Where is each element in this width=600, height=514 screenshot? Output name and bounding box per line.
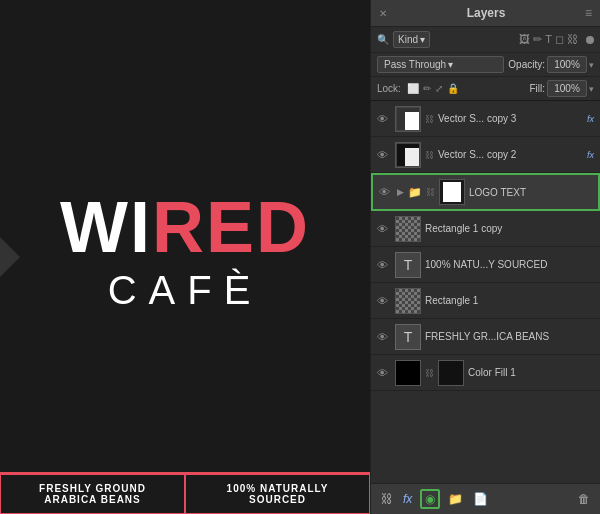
filter-kind-dropdown[interactable]: Kind ▾ (393, 31, 430, 48)
layer-name-2: LOGO TEXT (469, 187, 592, 198)
layer-name-5: Rectangle 1 (425, 295, 594, 306)
eye-icon-7[interactable]: 👁 (377, 367, 391, 379)
bottom-bar-title-0: FRESHLY GROUND (11, 483, 174, 494)
lock-all-icon[interactable]: 🔒 (447, 83, 459, 94)
fx-badge-0: fx (587, 114, 594, 124)
layer-name-4: 100% NATU...Y SOURCED (425, 259, 594, 270)
layer-item-rect-copy[interactable]: 👁 Rectangle 1 copy (371, 211, 600, 247)
panel-header: ✕ Layers ≡ (371, 0, 600, 27)
blend-mode-dropdown[interactable]: Pass Through ▾ (377, 56, 504, 73)
fx-button[interactable]: fx (401, 490, 414, 508)
canvas-logo: WIRED CAFÈ (60, 191, 310, 313)
eye-icon-0[interactable]: 👁 (377, 113, 391, 125)
layer-thumb-1 (395, 142, 421, 168)
wired-red: RED (152, 187, 310, 267)
eye-icon-6[interactable]: 👁 (377, 331, 391, 343)
layer-name-1: Vector S... copy 2 (438, 149, 583, 160)
canvas-bottom-bar: FRESHLY GROUND ARABICA BEANS 100% NATURA… (0, 472, 370, 514)
eye-icon-5[interactable]: 👁 (377, 295, 391, 307)
chain-icon-7: ⛓ (425, 368, 434, 378)
lock-pixels-icon[interactable]: ⬜ (407, 83, 419, 94)
bottom-bar-item-0: FRESHLY GROUND ARABICA BEANS (0, 474, 185, 514)
filter-toggle-dot[interactable] (586, 36, 594, 44)
lock-icons: ⬜ ✏ ⤢ 🔒 (407, 83, 459, 94)
layer-style-button[interactable]: ◉ (420, 489, 440, 509)
lock-paint-icon[interactable]: ✏ (423, 83, 431, 94)
chain-icon-2: ⛓ (426, 187, 435, 197)
layer-thumb-6: T (395, 324, 421, 350)
fill-control: Fill: 100% ▾ (529, 80, 594, 97)
eye-icon-2[interactable]: 👁 (379, 186, 393, 198)
search-icon: 🔍 (377, 34, 389, 45)
canvas-arrow-left (0, 237, 20, 277)
panel-toolbar: ⛓ fx ◉ 📁 📄 🗑 (371, 483, 600, 514)
eye-icon-4[interactable]: 👁 (377, 259, 391, 271)
layer-name-7: Color Fill 1 (468, 367, 594, 378)
wired-logo-text: WIRED (60, 191, 310, 263)
layer-thumb-7b (438, 360, 464, 386)
chain-icon-0: ⛓ (425, 114, 434, 124)
layer-thumb-2 (439, 179, 465, 205)
layers-panel: ✕ Layers ≡ 🔍 Kind ▾ 🖼 ✏ T ◻ ⛓ Pass Throu… (370, 0, 600, 514)
bottom-bar-subtitle-0: ARABICA BEANS (11, 494, 174, 505)
layer-name-3: Rectangle 1 copy (425, 223, 594, 234)
opacity-value[interactable]: 100% (547, 56, 587, 73)
filter-shape-icon[interactable]: ◻ (555, 33, 564, 46)
layer-item-rect1[interactable]: 👁 Rectangle 1 (371, 283, 600, 319)
fx-badge-1: fx (587, 150, 594, 160)
layer-item-100nat[interactable]: 👁 T 100% NATU...Y SOURCED (371, 247, 600, 283)
blend-dropdown-arrow: ▾ (448, 59, 453, 70)
layer-item-freshly[interactable]: 👁 T FRESHLY GR...ICA BEANS (371, 319, 600, 355)
layer-thumb-7 (395, 360, 421, 386)
bottom-bar-item-1: 100% NATURALLY SOURCED (185, 474, 370, 514)
layer-item-logo-text[interactable]: 👁 ▶ 📁 ⛓ LOGO TEXT (371, 173, 600, 211)
opacity-label: Opacity: (508, 59, 545, 70)
bottom-bar-subtitle-1: SOURCED (196, 494, 359, 505)
fill-arrow: ▾ (589, 84, 594, 94)
chain-icon-1: ⛓ (425, 150, 434, 160)
layers-list: 👁 ⛓ Vector S... copy 3 fx 👁 ⛓ Vector S..… (371, 101, 600, 483)
filter-dropdown-arrow: ▾ (420, 34, 425, 45)
filter-kind-label: Kind (398, 34, 418, 45)
eye-icon-1[interactable]: 👁 (377, 149, 391, 161)
bottom-bar-title-1: 100% NATURALLY (196, 483, 359, 494)
link-layers-button[interactable]: ⛓ (379, 490, 395, 508)
filter-pen-icon[interactable]: ✏ (533, 33, 542, 46)
fill-label: Fill: (529, 83, 545, 94)
filter-image-icon[interactable]: 🖼 (519, 33, 530, 46)
layer-item-color-fill[interactable]: 👁 ⛓ Color Fill 1 (371, 355, 600, 391)
layer-thumb-5 (395, 288, 421, 314)
filter-icons: 🖼 ✏ T ◻ ⛓ (519, 33, 578, 46)
filter-link-icon[interactable]: ⛓ (567, 33, 578, 46)
canvas-area: WIRED CAFÈ FRESHLY GROUND ARABICA BEANS … (0, 0, 370, 514)
lock-transform-icon[interactable]: ⤢ (435, 83, 443, 94)
layer-thumb-0 (395, 106, 421, 132)
eye-icon-3[interactable]: 👁 (377, 223, 391, 235)
filter-row: 🔍 Kind ▾ 🖼 ✏ T ◻ ⛓ (371, 27, 600, 53)
new-layer-button[interactable]: 📄 (471, 490, 490, 508)
layer-name-0: Vector S... copy 3 (438, 113, 583, 124)
blend-mode-row: Pass Through ▾ Opacity: 100% ▾ (371, 53, 600, 77)
layer-thumb-4: T (395, 252, 421, 278)
panel-close-button[interactable]: ✕ (379, 8, 387, 19)
folder-icon-2: 📁 (408, 186, 422, 199)
filter-text-icon[interactable]: T (545, 33, 552, 46)
layer-item-vector-copy3[interactable]: 👁 ⛓ Vector S... copy 3 fx (371, 101, 600, 137)
cafe-text: CAFÈ (60, 268, 310, 313)
opacity-control: Opacity: 100% ▾ (508, 56, 594, 73)
layer-thumb-3 (395, 216, 421, 242)
fill-value[interactable]: 100% (547, 80, 587, 97)
lock-row: Lock: ⬜ ✏ ⤢ 🔒 Fill: 100% ▾ (371, 77, 600, 101)
panel-title: Layers (467, 6, 506, 20)
blend-mode-label: Pass Through (384, 59, 446, 70)
new-group-button[interactable]: 📁 (446, 490, 465, 508)
wired-wi: WI (60, 187, 152, 267)
layer-item-vector-copy2[interactable]: 👁 ⛓ Vector S... copy 2 fx (371, 137, 600, 173)
lock-label: Lock: (377, 83, 401, 94)
opacity-arrow: ▾ (589, 60, 594, 70)
panel-menu-icon[interactable]: ≡ (585, 6, 592, 20)
layer-name-6: FRESHLY GR...ICA BEANS (425, 331, 594, 342)
layer-arrow-2[interactable]: ▶ (397, 187, 404, 197)
delete-layer-button[interactable]: 🗑 (576, 490, 592, 508)
